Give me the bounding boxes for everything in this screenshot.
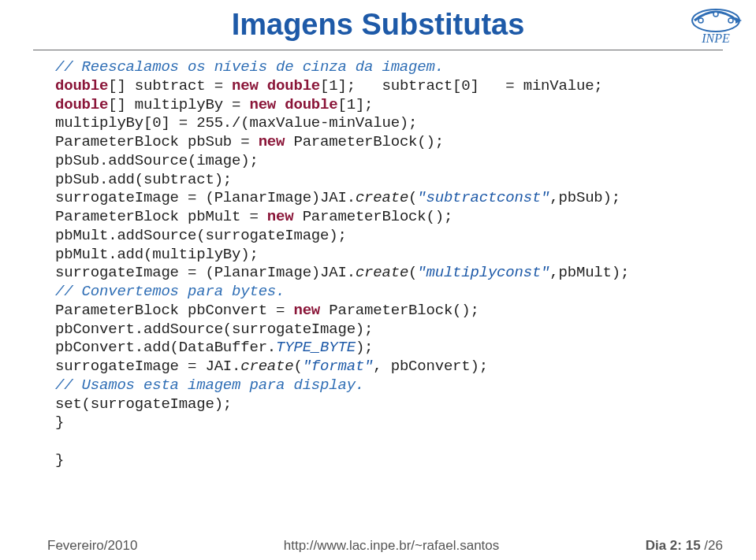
- code-block: // Reescalamos os níveis de cinza da ima…: [55, 58, 723, 470]
- code-comment: // Usamos esta imagem para display.: [55, 376, 364, 394]
- page-title: Imagens Substitutas: [0, 8, 756, 42]
- code-comment: // Reescalamos os níveis de cinza da ima…: [55, 58, 444, 76]
- svg-point-4: [728, 18, 733, 23]
- svg-point-2: [698, 18, 703, 23]
- logo-text: INPE: [701, 32, 730, 45]
- footer: Fevereiro/2010 http://www.lac.inpe.br/~r…: [0, 538, 756, 554]
- title-underline: [33, 50, 723, 50]
- footer-url: http://www.lac.inpe.br/~rafael.santos: [284, 538, 500, 554]
- svg-point-3: [713, 12, 718, 17]
- footer-date: Fevereiro/2010: [47, 538, 137, 554]
- code-comment: // Convertemos para bytes.: [55, 283, 285, 300]
- inpe-logo: INPE: [685, 5, 747, 46]
- footer-page: Dia 2: 15 /26: [646, 538, 723, 554]
